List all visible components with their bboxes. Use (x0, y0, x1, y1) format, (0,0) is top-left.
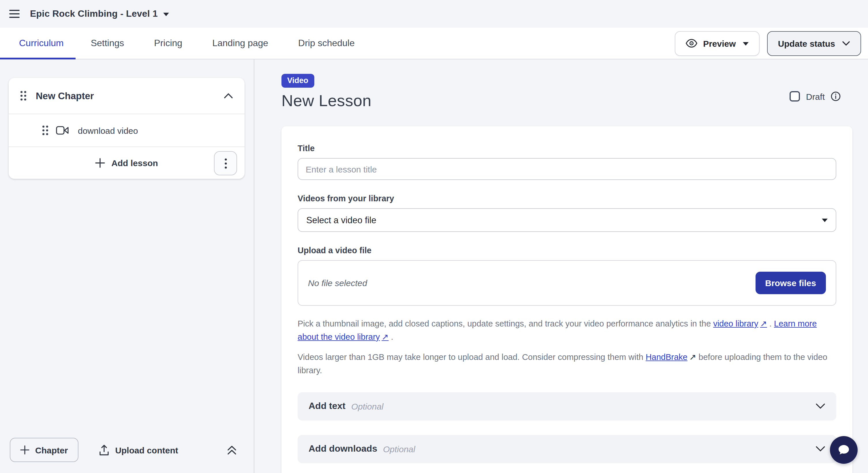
chevron-up-icon[interactable] (224, 93, 233, 99)
workspace: New Chapter download video (0, 59, 868, 473)
chevron-down-icon (842, 41, 850, 46)
video-camera-icon (56, 126, 69, 135)
caret-down-icon (822, 218, 828, 222)
drag-handle-icon[interactable] (42, 125, 49, 135)
tab-pricing[interactable]: Pricing (139, 28, 197, 59)
handbrake-link[interactable]: HandBrake (646, 352, 687, 362)
link-label: HandBrake (646, 352, 687, 362)
chapter-header[interactable]: New Chapter (9, 78, 245, 114)
external-link-icon: ↗ (689, 352, 696, 362)
lesson-title: download video (78, 125, 138, 135)
chapter-card: New Chapter download video (9, 78, 245, 179)
draft-label: Draft (806, 91, 825, 101)
collapse-all-icon[interactable] (227, 445, 237, 455)
browse-files-button[interactable]: Browse files (755, 272, 826, 294)
preview-label: Preview (703, 38, 736, 48)
preview-button[interactable]: Preview (675, 31, 759, 56)
plus-icon (95, 158, 105, 168)
sidebar-footer: Chapter Upload content (0, 427, 254, 473)
help-text: Pick a thumbnail image, add closed capti… (298, 319, 713, 328)
external-link-icon: ↗ (760, 319, 767, 328)
tab-curriculum[interactable]: Curriculum (0, 28, 76, 59)
chat-bubble-icon (836, 442, 851, 458)
optional-label: Optional (383, 444, 415, 454)
lesson-item[interactable]: download video (9, 114, 245, 147)
add-lesson-button[interactable]: Add lesson (111, 158, 158, 168)
video-library-select[interactable]: Select a video file (298, 208, 836, 232)
tabs: Curriculum Settings Pricing Landing page… (0, 28, 370, 59)
help-text: . (767, 319, 774, 328)
hamburger-menu-icon[interactable] (9, 10, 20, 18)
link-label: video library (713, 319, 758, 328)
chevron-down-icon (815, 446, 825, 452)
chevron-down-icon (815, 403, 825, 409)
help-text: Videos larger than 1GB may take longer t… (298, 352, 646, 362)
lesson-heading-group: Video New Lesson (281, 74, 371, 110)
info-icon[interactable] (831, 91, 841, 101)
add-text-section[interactable]: Add text Optional (298, 392, 836, 420)
lesson-form-card: Title Videos from your library Select a … (281, 126, 852, 473)
course-admin-app: Epic Rock Climbing - Level 1 Curriculum … (0, 0, 868, 473)
handbrake-help-text: Videos larger than 1GB may take longer t… (298, 351, 836, 377)
file-upload-dropzone[interactable]: No file selected Browse files (298, 260, 836, 306)
caret-down-icon[interactable] (163, 13, 169, 16)
add-text-label: Add text (309, 401, 345, 411)
video-library-link[interactable]: video library↗ (713, 319, 767, 328)
optional-label: Optional (351, 401, 383, 411)
library-label: Videos from your library (298, 194, 836, 203)
tab-landing-page[interactable]: Landing page (197, 28, 283, 59)
chapter-title: New Chapter (36, 90, 94, 101)
chat-widget-button[interactable] (830, 436, 858, 464)
curriculum-sidebar: New Chapter download video (0, 59, 254, 473)
title-label: Title (298, 144, 836, 153)
external-link-icon: ↗ (381, 332, 389, 342)
draft-checkbox[interactable] (790, 91, 800, 101)
help-text: . (389, 332, 393, 342)
update-status-button[interactable]: Update status (767, 31, 861, 56)
upload-label: Upload a video file (298, 246, 836, 255)
add-downloads-label: Add downloads (309, 444, 377, 454)
add-chapter-label: Chapter (35, 445, 68, 455)
upload-content-button[interactable]: Upload content (99, 444, 178, 455)
tab-bar: Curriculum Settings Pricing Landing page… (0, 28, 868, 59)
top-bar: Epic Rock Climbing - Level 1 (0, 0, 868, 28)
course-title[interactable]: Epic Rock Climbing - Level 1 (30, 9, 158, 19)
lesson-type-badge: Video (281, 74, 314, 88)
video-library-help-text: Pick a thumbnail image, add closed capti… (298, 317, 836, 344)
plus-icon (20, 445, 29, 454)
upload-icon (99, 444, 109, 455)
no-file-text: No file selected (308, 278, 367, 288)
upload-content-label: Upload content (115, 445, 178, 455)
add-downloads-section[interactable]: Add downloads Optional (298, 435, 836, 463)
select-value: Select a video file (306, 215, 376, 225)
page-title: New Lesson (281, 92, 371, 110)
add-chapter-button[interactable]: Chapter (10, 438, 78, 462)
tab-settings[interactable]: Settings (76, 28, 139, 59)
lesson-title-input[interactable] (298, 158, 836, 180)
caret-down-icon (743, 42, 749, 45)
lesson-header: Video New Lesson Draft (281, 74, 852, 110)
chapter-menu-button[interactable] (214, 151, 237, 176)
update-status-label: Update status (778, 38, 835, 48)
tab-drip-schedule[interactable]: Drip schedule (283, 28, 370, 59)
eye-icon (686, 39, 697, 48)
add-lesson-row: Add lesson (9, 147, 245, 179)
tab-actions: Preview Update status (675, 28, 868, 59)
draft-toggle-group: Draft (790, 91, 841, 101)
drag-handle-icon[interactable] (20, 91, 27, 101)
lesson-editor: Video New Lesson Draft Title Videos from… (254, 59, 868, 473)
